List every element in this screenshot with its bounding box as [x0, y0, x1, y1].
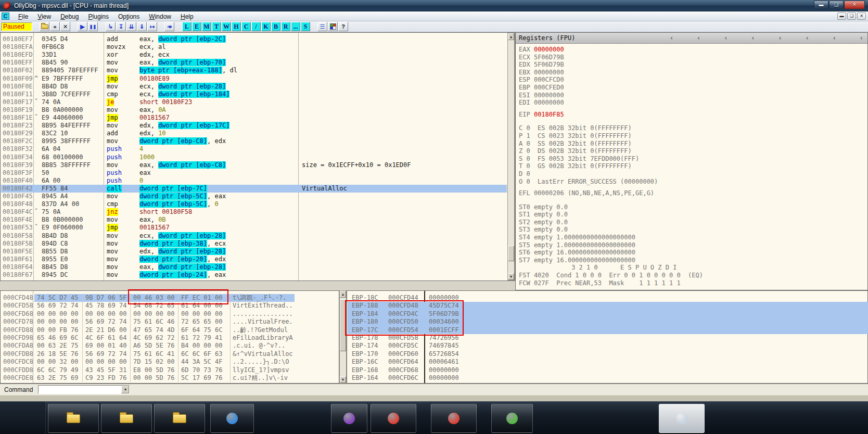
fpu-register-row[interactable]: ST7 empty 16.000000000000000000	[519, 257, 865, 264]
panel-button-B[interactable]: B	[271, 22, 280, 31]
collapse-chevron-icon[interactable]: ‹	[670, 34, 673, 42]
disasm-row[interactable]: 00180F17ˇ74 0Ajeshort 00180F23	[1, 98, 507, 106]
register-row[interactable]: EBP 000CFED0	[519, 84, 865, 92]
flag-row[interactable]: A 0 SS 002B 32bit 0(FFFFFFFF)	[519, 140, 865, 148]
dump-row[interactable]: 000CFD6800 00 00 0000 00 00 0000 00 00 0…	[1, 310, 338, 318]
panel-button-M[interactable]: M	[202, 22, 211, 31]
panel-button-W[interactable]: W	[222, 22, 231, 31]
panel-button-E[interactable]: E	[192, 22, 201, 31]
stack-row[interactable]: EBP-168000CFD6800000000	[348, 366, 868, 374]
collapse-chevron-icon[interactable]: ‹	[697, 34, 700, 42]
flag-row[interactable]: T 0 GS 002B 32bit 0(FFFFFFFF)	[519, 162, 865, 170]
disasm-row[interactable]: 00180F09^E9 7BFFFFFFjmp00180E89	[1, 75, 507, 83]
step-button-3[interactable]: ⇓	[137, 22, 147, 31]
dump-row[interactable]: 000CFDC800 00 32 0000 00 00 007D 15 02 0…	[1, 358, 338, 366]
pause-button[interactable]: ❚❚	[88, 22, 98, 31]
fpu-register-row[interactable]: ST3 empty 0.0	[519, 226, 865, 234]
register-row[interactable]: ESI 00000000	[519, 92, 865, 99]
chevron-down-icon[interactable]: ▼	[121, 386, 129, 393]
step-button-0[interactable]: ↳	[106, 22, 116, 31]
registers-chevrons[interactable]: ‹‹‹‹‹‹‹‹	[670, 34, 863, 42]
disasm-row[interactable]: 00180F5E8B55 D8movedx, dword ptr [ebp-28…	[1, 248, 507, 256]
panel-button-L[interactable]: L	[182, 22, 192, 31]
taskbar-button-8[interactable]	[659, 404, 705, 433]
disasm-row[interactable]: 00180F4Cˇ75 0Ajnzshort 00180F58	[1, 208, 507, 216]
maximize-button[interactable]: ❏	[829, 1, 844, 9]
flag-row[interactable]: P 1 CS 0023 32bit 0(FFFFFFFF)	[519, 132, 865, 140]
disassembly-pane[interactable]: 00180EF70345 D4addeax, dword ptr [ebp-2C…	[0, 32, 515, 281]
menu-item-file[interactable]: File	[14, 12, 33, 21]
collapse-chevron-icon[interactable]: ‹	[724, 34, 727, 42]
panel-button-H[interactable]: H	[232, 22, 241, 31]
fpu-register-row[interactable]: ST5 empty 1.0000000000000000000	[519, 241, 865, 249]
menu-item-plugins[interactable]: Plugins	[84, 12, 113, 21]
disasm-row[interactable]: 00180F42FF55 84calldword ptr [ebp-7C]Vir…	[1, 185, 507, 193]
disasm-row[interactable]: 00180F53ˇE9 0F060000jmp00181567	[1, 224, 507, 232]
disasm-row[interactable]: 00180F4EB8 0B000000moveax, 0B	[1, 216, 507, 224]
disasm-row[interactable]: 00180F458945 A4movdword ptr [ebp-5C], ea…	[1, 193, 507, 200]
menu-item-options[interactable]: Options	[113, 12, 144, 21]
disasm-row[interactable]: 00180F3468 00100000push1000	[1, 154, 507, 161]
menu-item-help[interactable]: Help	[176, 12, 198, 21]
register-row[interactable]: EDX 5F06D79B	[519, 61, 865, 69]
disasm-row[interactable]: 00180EFA0FB6C8movzxecx, al	[1, 43, 507, 51]
mdi-restore-button[interactable]: ❏	[847, 12, 856, 20]
flag-row[interactable]: O 0 LastErr ERROR_SUCCESS (00000000)	[519, 178, 865, 186]
disasm-row[interactable]: 00180F0E8B4D D8movecx, dword ptr [ebp-28…	[1, 83, 507, 91]
stack-row[interactable]: EBP-174000CFD5C74697845	[348, 342, 868, 350]
fpu-register-row[interactable]: ST2 empty 0.0	[519, 219, 865, 226]
disasm-row[interactable]: 00180F2C8995 38FFFFFFmovdword ptr [ebp-C…	[1, 137, 507, 145]
collapse-chevron-icon[interactable]: ‹	[778, 34, 782, 42]
flag-row[interactable]: Z 0 DS 002B 32bit 0(FFFFFFFF)	[519, 147, 865, 155]
scroll-up-icon[interactable]: ▲	[508, 33, 514, 40]
step-button-4[interactable]: ↦	[147, 22, 157, 31]
taskbar-button-6[interactable]	[431, 404, 477, 433]
disasm-row[interactable]: 00180F398B85 38FFFFFFmoveax, dword ptr […	[1, 161, 507, 169]
taskbar-button-0[interactable]	[48, 404, 99, 433]
panel-button-dots[interactable]: ...	[291, 22, 300, 31]
fpu-register-row[interactable]: ST4 empty 1.0000000000000000000	[519, 234, 865, 241]
dump-row[interactable]: 000CFD7800 00 00 0056 69 72 7475 61 6C 4…	[1, 318, 338, 326]
register-row[interactable]: EBX 00000000	[519, 69, 865, 76]
disasm-row[interactable]: 00180F326A 04push4	[1, 145, 507, 153]
panel-button-K[interactable]: K	[261, 22, 271, 31]
appearance-button[interactable]	[328, 22, 338, 31]
step-button-1[interactable]: ↧	[116, 22, 126, 31]
fpu-register-row[interactable]: ST0 empty 0.0	[519, 203, 865, 211]
register-row[interactable]: EDI 00000000	[519, 99, 865, 107]
registers-pane[interactable]: Registers (FPU) ‹‹‹‹‹‹‹‹ EAX 00000000ECX…	[515, 32, 868, 290]
disasm-row[interactable]: 00180F48837D A4 00cmpdword ptr [ebp-5C],…	[1, 200, 507, 208]
disasm-row[interactable]: 00180F02889405 78FEFFFFmovbyte ptr [ebp+…	[1, 67, 507, 74]
disasm-row[interactable]: 00180F678945 DCmovdword ptr [ebp-24], ea…	[1, 271, 507, 279]
dump-row[interactable]: 000CFDD86C 6C 79 4943 45 5F 31E8 00 5D 7…	[1, 366, 338, 374]
restart-button[interactable]: «	[50, 22, 60, 31]
scroll-down-icon[interactable]: ▼	[508, 273, 514, 280]
disasm-row[interactable]: 00180F1EˇE9 44060000jmp00181567	[1, 114, 507, 122]
taskbar-start-area[interactable]	[0, 402, 46, 434]
dump-row[interactable]: 000CFDA800 63 2E 7569 00 01 40A6 5D 5E 7…	[1, 342, 338, 350]
disasm-row[interactable]: 00180F406A 00push0	[1, 177, 507, 185]
register-row[interactable]: EAX 00000000	[519, 46, 865, 54]
panel-button-R[interactable]: R	[281, 22, 290, 31]
cpu-window-icon[interactable]: C	[2, 12, 9, 20]
disasm-row[interactable]: 00180F3F50pusheax	[1, 169, 507, 177]
close-program-button[interactable]: ✕	[60, 22, 70, 31]
collapse-chevron-icon[interactable]: ‹	[751, 34, 755, 42]
menu-item-debug[interactable]: Debug	[56, 12, 83, 21]
help-button[interactable]: ?	[338, 22, 348, 31]
log-window-button[interactable]: ☰	[317, 22, 327, 31]
fpu-status-row[interactable]: 3 2 1 0 E S P U O Z D I	[519, 264, 865, 272]
dump-row[interactable]: 000CFDB826 18 5E 7656 69 72 7475 61 6C 4…	[1, 350, 338, 358]
minimize-button[interactable]: ▬	[814, 1, 828, 9]
taskbar-button-1[interactable]	[101, 404, 152, 433]
scroll-thumb[interactable]	[508, 246, 514, 261]
disasm-row[interactable]: 00180F2983C2 10addedx, 10	[1, 130, 507, 137]
disasm-row[interactable]: 00180EFF8B45 90moveax, dword ptr [ebp-70…	[1, 59, 507, 67]
disasm-row[interactable]: 00180F113B8D 7CFEFFFFcmpecx, dword ptr […	[1, 91, 507, 98]
taskbar-button-4[interactable]	[331, 404, 367, 433]
flag-row[interactable]: D 0	[519, 170, 865, 178]
collapse-chevron-icon[interactable]: ‹	[806, 34, 809, 42]
fpu-register-row[interactable]: ST6 empty 16.000000000000000000	[519, 249, 865, 257]
collapse-chevron-icon[interactable]: ‹	[833, 34, 836, 42]
fpu-status-row[interactable]: FST 4020 Cond 1 0 0 0 Err 0 0 1 0 0 0 0 …	[519, 272, 865, 279]
